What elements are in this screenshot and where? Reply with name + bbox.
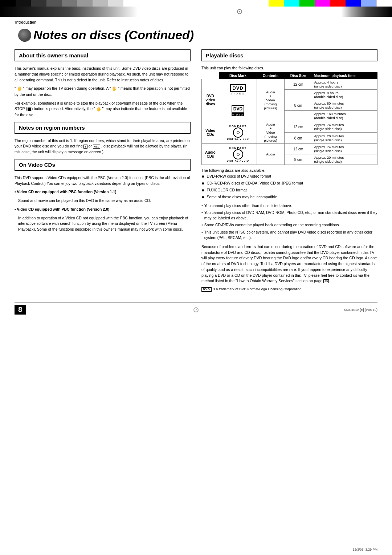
hand-icon-2: 🖐 [112, 86, 117, 92]
disclaimer-3: Some CD-R/RWs cannot be played back depe… [204, 222, 340, 228]
audiocd-row-label: AudioCDs [202, 144, 219, 165]
table-row: DVD VIDEO 8 cm Approx. 80 minutes(single… [202, 100, 377, 111]
audiocd-time-2: Approx. 20 minutes(single sided disc) [312, 154, 377, 165]
list-item: ● CD-R/CD-RW discs of CD-DA, Video CD or… [201, 181, 377, 186]
compact-text: COMPACT [229, 125, 247, 127]
page-title: Notes on discs (Continued) [18, 28, 377, 42]
dvd-video-badge: VIDEO [232, 113, 245, 116]
dvd-logo-big: DVD [230, 84, 245, 92]
dvd-size-3: 8 cm [284, 100, 312, 111]
dvd-trademark-logo: DVD [201, 287, 212, 292]
dvd-video-text: VIDEO [231, 92, 245, 95]
page-footer: 8 5X00401A [E] (P08-12) 12/3/05, 3:29 PM [15, 303, 377, 315]
disc-circle [233, 127, 243, 138]
playable-discs-table: Disc Mark Contents Disc Size Maximum pla… [201, 72, 377, 165]
region-box-1: 1 [83, 145, 87, 149]
list-item: • Some CD-R/RWs cannot be played back de… [201, 222, 377, 228]
dvd-row-label: DVDvideodiscs [202, 79, 219, 121]
disc-bullet-1: • [201, 203, 203, 208]
dvd-video-logo: DVD VIDEO [230, 84, 245, 95]
videocd-logo: COMPACT DIGITAL VIDEO [221, 125, 255, 140]
trademark-text: DVD is a trademark of DVD Format/Logo Li… [201, 287, 377, 292]
hand-icon: 🖐 [17, 86, 22, 92]
title-bullet-icon [18, 29, 31, 42]
audiocd-disc-mark: COMPACT DIGITAL AUDIO [219, 144, 257, 165]
videocd-row-label: VideoCDs [202, 121, 219, 144]
videocd-disc-mark: COMPACT DIGITAL VIDEO [219, 121, 257, 144]
audiocd-contents: Audio [257, 144, 285, 165]
playable-intro: This unit can play the following discs. [201, 66, 377, 70]
section-about-manual: About this owner's manual [15, 49, 191, 61]
th-contents: Contents [257, 73, 285, 79]
header-bar [0, 7, 392, 17]
pbc-v2-label: • Video CD equipped with PBC function (V… [15, 207, 191, 212]
table-row: VideoCDs COMPACT DIGITAL VIDEO Audio+Vid… [202, 121, 377, 133]
dvd-size-4 [284, 111, 312, 121]
disc-circle-audio [233, 149, 243, 159]
dvd-size-1: 12 cm [284, 79, 312, 90]
section-video-cds: On Video CDs [15, 159, 191, 171]
disc-bullet-3: • [201, 222, 203, 228]
disclaimer-4: This unit uses the NTSC color system, an… [204, 230, 377, 240]
dvd-video-disc-mark: DVD VIDEO [219, 79, 257, 100]
region-numbers-heading: Notes on region numbers [19, 125, 186, 131]
videocd-contents: Audio+Video(movingpictures) [257, 121, 285, 144]
table-row: DVDvideodiscs DVD VIDEO Audio+Video(movi… [202, 79, 377, 90]
disclaimer-2: You cannot play discs of DVD-RAM, DVD-RO… [204, 210, 377, 221]
following-discs-label: The following discs are also available. [201, 168, 377, 174]
dvd-time-3: Approx. 80 minutes(single sided disc) [312, 100, 377, 111]
digital-video-text: DIGITAL VIDEO [227, 138, 249, 140]
bullet-circle-2: ● [201, 181, 204, 186]
dvd-disc-mark-2: DVD VIDEO [219, 100, 257, 121]
dvd-time-2: Approx. 8 hours(double sided disc) [312, 90, 377, 100]
dvd-logo-small: DVD [232, 105, 244, 113]
page-49-ref: 49 [323, 279, 329, 284]
th-max-playback: Maximum playback time [312, 73, 377, 79]
dvd-time-1: Approx. 4 hours(single sided disc) [312, 79, 377, 90]
videocd-size-2: 8 cm [284, 133, 312, 144]
about-para-1: This owner's manual explains the basic i… [15, 66, 191, 83]
stop-icon [28, 108, 31, 111]
list-item: • You cannot play discs of DVD-RAM, DVD-… [201, 210, 377, 221]
list-item: ● Some of these discs may be incompatibl… [201, 194, 377, 200]
footer-doc-number: 5X00401A [E] (P08-12) [344, 308, 377, 312]
bottom-paragraph: Because of problems and errors that can … [201, 244, 377, 284]
list-item: ● FUJICOLOR CD format [201, 187, 377, 193]
top-color-bar [0, 0, 392, 7]
hand-icon-3: 🖐 [96, 106, 101, 112]
digital-audio-text: DIGITAL AUDIO [227, 159, 249, 162]
dvd-video-logo-2: DVD VIDEO [232, 105, 245, 116]
audiocd-size-1: 12 cm [284, 144, 312, 154]
center-dot-bottom [193, 307, 199, 312]
following-bullet-3: FUJICOLOR CD format [207, 187, 246, 193]
region-numbers-content: The region number of this unit is 1. If … [15, 138, 191, 155]
list-item: • You cannot play discs other than those… [201, 203, 377, 208]
audiocd-time-1: Approx. 74 minutes(single sided disc) [312, 144, 377, 154]
left-column: About this owner's manual This owner's m… [15, 49, 191, 236]
th-disc-size: Disc Size [284, 73, 312, 79]
videocd-time-1: Approx. 74 minutes(single sided disc) [312, 121, 377, 133]
dvd-size-2 [284, 90, 312, 100]
dvd-time-4: Approx. 160 minutes(double sided disc) [312, 111, 377, 121]
bullet-circle-4: ● [201, 194, 204, 200]
table-row: AudioCDs COMPACT DIGITAL AUDIO Audio [202, 144, 377, 154]
video-cds-heading: On Video CDs [19, 162, 186, 168]
bullet-circle-3: ● [201, 187, 204, 193]
region-box-all: ALL [93, 145, 100, 149]
videocd-time-2: Approx. 20 minutes(single sided disc) [312, 133, 377, 144]
audiocd-size-2: 8 cm [284, 154, 312, 165]
pbc-v1-label: • Video CD not equipped with PBC functio… [15, 189, 191, 195]
color-bar-left [0, 0, 123, 7]
section-region-numbers: Notes on region numbers [15, 122, 191, 134]
playable-discs-heading: Playable discs [206, 52, 373, 58]
list-item: ● DVD-R/RW discs of DVD video format [201, 174, 377, 179]
region-para: The region number of this unit is 1. If … [15, 138, 191, 155]
following-bullet-2: CD-R/CD-RW discs of CD-DA, Video CD or J… [207, 181, 303, 186]
disc-bullet-2: • [201, 210, 203, 221]
section-label: Introduction [15, 20, 377, 24]
pbc-v2-text: In addition to operation of a Video CD n… [18, 215, 191, 232]
video-cds-intro: This DVD supports Video CDs equipped wit… [15, 175, 191, 187]
compact-text-audio: COMPACT [229, 147, 247, 149]
audiocd-logo: COMPACT DIGITAL AUDIO [221, 147, 255, 162]
disclaimers-section: • You cannot play discs other than those… [201, 203, 377, 240]
